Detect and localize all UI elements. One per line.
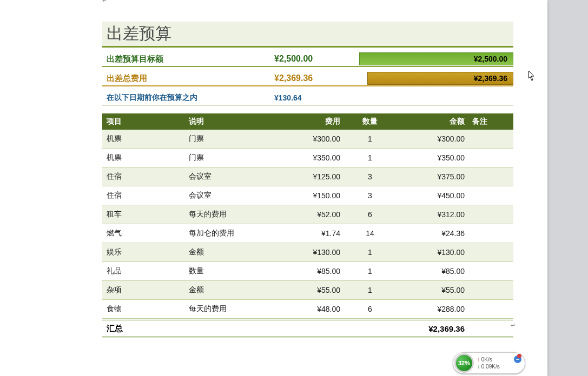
cell-item: 机票 bbox=[102, 153, 189, 163]
cell-item: 食物 bbox=[102, 304, 189, 314]
cell-cost: ¥52.00 bbox=[281, 210, 351, 219]
cell-cost: ¥350.00 bbox=[281, 153, 351, 162]
table-row: 住宿会议室¥150.003¥450.00 bbox=[102, 186, 513, 205]
cell-qty: 1 bbox=[351, 286, 389, 294]
cell-item: 燃气 bbox=[102, 229, 189, 238]
cell-qty: 1 bbox=[351, 267, 389, 276]
table-row: 燃气每加仑的费用¥1.7414¥24.36 bbox=[102, 224, 513, 243]
cell-amount: ¥450.00 bbox=[389, 191, 470, 200]
cell-cost: ¥130.00 bbox=[281, 248, 351, 257]
total-bar-value: ¥2,369.36 bbox=[474, 74, 507, 83]
cell-amount: ¥375.00 bbox=[389, 172, 470, 181]
network-widget[interactable]: 32% 0K/s 0.09K/s − bbox=[453, 352, 525, 374]
target-amount: ¥2,500.00 bbox=[274, 54, 350, 64]
expense-table: 项目 说明 费用 数量 金额 备注 机票门票¥300.001¥300.00机票门… bbox=[102, 113, 513, 338]
net-percent: 32% bbox=[458, 360, 470, 366]
cell-desc: 数量 bbox=[189, 266, 281, 276]
cell-desc: 会议室 bbox=[189, 191, 281, 200]
cell-qty: 3 bbox=[351, 172, 389, 181]
cell-item: 机票 bbox=[102, 134, 189, 144]
total-label: 出差总费用 bbox=[107, 73, 274, 84]
total-row: 出差总费用 ¥2,369.36 ¥2,369.36 bbox=[102, 71, 513, 86]
col-desc: 说明 bbox=[189, 117, 281, 126]
cell-item: 娱乐 bbox=[102, 247, 189, 257]
target-label: 出差预算目标额 bbox=[107, 54, 274, 64]
cell-desc: 每天的费用 bbox=[189, 304, 281, 314]
cell-qty: 1 bbox=[351, 135, 389, 143]
cell-qty: 14 bbox=[351, 229, 389, 238]
table-row: 杂项金额¥55.001¥55.00 bbox=[102, 281, 513, 300]
table-row: 娱乐金额¥130.001¥130.00 bbox=[102, 243, 513, 262]
net-percent-circle[interactable]: 32% bbox=[454, 353, 474, 373]
cell-item: 住宿 bbox=[102, 172, 189, 182]
cell-amount: ¥130.00 bbox=[389, 248, 470, 257]
col-note: 备注 bbox=[470, 117, 513, 126]
cell-cost: ¥85.00 bbox=[281, 267, 351, 276]
page-title: 出差预算 bbox=[107, 23, 171, 45]
col-qty: 数量 bbox=[351, 117, 389, 126]
col-cost: 费用 bbox=[281, 117, 351, 126]
total-bar: ¥2,369.36 bbox=[367, 72, 513, 85]
status-row: 在以下日期前你在预算之内 ¥130.64 bbox=[102, 90, 513, 106]
cell-amount: ¥350.00 bbox=[389, 153, 470, 162]
col-amount: 金额 bbox=[389, 117, 470, 126]
col-item: 项目 bbox=[102, 117, 189, 126]
cell-cost: ¥125.00 bbox=[281, 172, 351, 181]
net-download: 0.09K/s bbox=[477, 363, 514, 370]
cell-amount: ¥288.00 bbox=[389, 305, 470, 313]
cell-cost: ¥55.00 bbox=[281, 286, 351, 294]
cell-qty: 6 bbox=[351, 305, 389, 313]
table-row: 住宿会议室¥125.003¥375.00 bbox=[102, 167, 513, 186]
cell-qty: 1 bbox=[351, 248, 389, 257]
cell-cost: ¥300.00 bbox=[281, 135, 351, 143]
cell-cost: ¥48.00 bbox=[281, 305, 351, 313]
cell-amount: ¥55.00 bbox=[389, 286, 470, 294]
target-bar-cell: ¥2,500.00 bbox=[350, 52, 513, 65]
document-page: ↵ 出差预算 出差预算目标额 ¥2,500.00 ¥2,500.00 出差总费用… bbox=[0, 0, 547, 376]
cell-qty: 1 bbox=[351, 153, 389, 162]
cell-desc: 每天的费用 bbox=[189, 210, 281, 219]
title-band: 出差预算 bbox=[102, 22, 513, 48]
total-bar-cell: ¥2,369.36 bbox=[350, 72, 513, 85]
cell-amount: ¥85.00 bbox=[389, 267, 470, 276]
cell-item: 杂项 bbox=[102, 285, 189, 295]
table-row: 机票门票¥300.001¥300.00 bbox=[102, 130, 513, 149]
cell-cost: ¥1.74 bbox=[281, 229, 351, 238]
table-row: 机票门票¥350.001¥350.00 bbox=[102, 149, 513, 167]
cell-desc: 每加仑的费用 bbox=[189, 229, 281, 238]
target-row: 出差预算目标额 ¥2,500.00 ¥2,500.00 bbox=[102, 52, 513, 67]
status-label: 在以下日期前你在预算之内 bbox=[107, 93, 274, 103]
cell-amount: ¥300.00 bbox=[389, 135, 470, 143]
cell-qty: 6 bbox=[351, 210, 389, 219]
cell-desc: 会议室 bbox=[189, 172, 281, 182]
cell-desc: 金额 bbox=[189, 247, 281, 257]
budget-content: 出差预算 出差预算目标额 ¥2,500.00 ¥2,500.00 出差总费用 ¥… bbox=[102, 0, 513, 338]
status-amount: ¥130.64 bbox=[274, 93, 302, 102]
net-stats: 0K/s 0.09K/s bbox=[474, 356, 514, 370]
cell-item: 住宿 bbox=[102, 191, 189, 200]
close-icon[interactable] bbox=[517, 354, 521, 358]
footer-amount: ¥2,369.36 bbox=[389, 324, 470, 333]
cell-item: 礼品 bbox=[102, 266, 189, 276]
table-body: 机票门票¥300.001¥300.00机票门票¥350.001¥350.00住宿… bbox=[102, 130, 513, 319]
total-amount: ¥2,369.36 bbox=[274, 73, 350, 83]
target-bar-value: ¥2,500.00 bbox=[474, 55, 507, 63]
target-bar: ¥2,500.00 bbox=[359, 52, 513, 65]
cell-cost: ¥150.00 bbox=[281, 191, 351, 200]
cell-desc: 金额 bbox=[189, 285, 281, 295]
paragraph-mark-icon: ↵ bbox=[511, 322, 516, 329]
cell-item: 租车 bbox=[102, 210, 189, 219]
cell-desc: 门票 bbox=[189, 153, 281, 163]
net-upload: 0K/s bbox=[477, 356, 514, 363]
table-row: 食物每天的费用¥48.006¥288.00 bbox=[102, 300, 513, 319]
table-header: 项目 说明 费用 数量 金额 备注 bbox=[102, 113, 513, 130]
footer-label: 汇总 bbox=[102, 324, 189, 334]
table-footer: 汇总 ¥2,369.36 bbox=[102, 319, 513, 338]
table-row: 租车每天的费用¥52.006¥312.00 bbox=[102, 205, 513, 224]
cell-amount: ¥24.36 bbox=[389, 229, 470, 238]
cell-qty: 3 bbox=[351, 191, 389, 200]
cell-desc: 门票 bbox=[189, 134, 281, 144]
cell-amount: ¥312.00 bbox=[389, 210, 470, 219]
table-row: 礼品数量¥85.001¥85.00 bbox=[102, 262, 513, 281]
